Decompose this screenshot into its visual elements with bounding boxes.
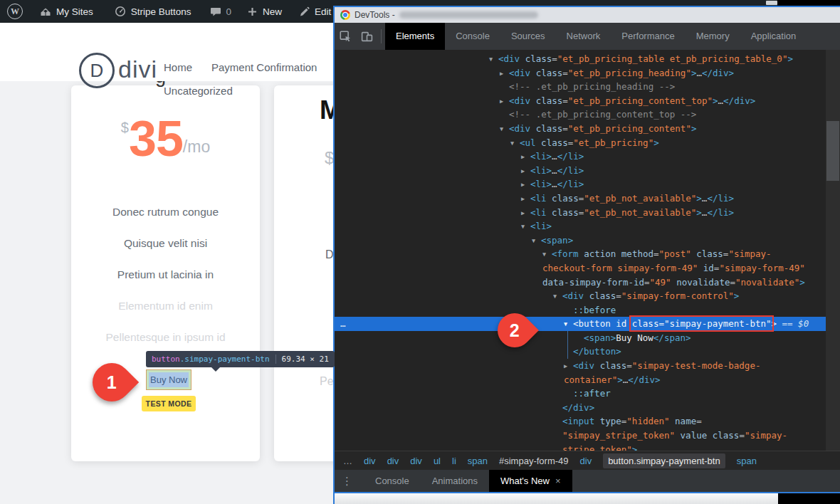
devtools-tabbar: ElementsConsoleSourcesNetworkPerformance… [335, 23, 840, 50]
divi-logo-icon[interactable]: D [79, 53, 115, 88]
dom-tree-line[interactable]: ▶<div class="et_pb_pricing_content_top">… [335, 94, 826, 108]
dom-tree-line[interactable]: <!-- .et_pb_pricing_heading --> [335, 80, 826, 94]
dom-tree-line[interactable]: ▼<div class="et_pb_pricing_content"> [335, 122, 826, 136]
close-icon[interactable]: × [555, 470, 561, 492]
devtools-title: DevTools - [355, 10, 395, 20]
dom-tree-line[interactable]: ▶<li>…</li> [335, 149, 826, 164]
dom-tree-line[interactable]: "simpay_stripe_token" value class="simpa… [335, 429, 826, 443]
adminbar-item-new[interactable]: New [247, 6, 282, 17]
dom-tree-line[interactable]: <!-- .et_pb_pricing_content_top --> [335, 107, 826, 122]
pricing-feature: Donec rutrum congue [71, 196, 260, 228]
dom-tree-line[interactable]: ▶<div class="et_pb_pricing_heading">…</d… [335, 66, 826, 80]
selected-dom-node[interactable]: …▼<button id class="simpay-payment-btn">… [335, 317, 826, 331]
code-token: class [589, 290, 616, 301]
breadcrumb--[interactable]: … [343, 456, 352, 466]
expand-arrow-icon: ▼ [542, 248, 552, 262]
breadcrumb-button-simpay-payment-btn[interactable]: button.simpay-payment-btn [603, 453, 725, 468]
code-token: <!-- .et_pb_pricing_content_top --> [509, 109, 696, 120]
dom-tree-line[interactable]: </button> [335, 345, 826, 359]
dom-tree-line[interactable]: <input type="hidden" name= [335, 414, 826, 429]
code-token: <button [573, 318, 616, 329]
expand-arrow-icon: ▼ [510, 137, 520, 151]
breadcrumb-div[interactable]: div [387, 456, 399, 466]
dom-tree-line[interactable]: ▶<li>…</li> [335, 177, 826, 191]
my-sites-houses-icon [40, 6, 51, 17]
elements-scrollbar[interactable] [826, 50, 840, 451]
drawer-tab-whats-new[interactable]: What's New× [489, 470, 572, 492]
expand-arrow-icon: ▶ [500, 67, 509, 81]
breadcrumb-div[interactable]: div [580, 456, 592, 466]
code-token: class [632, 318, 659, 329]
breadcrumb-div[interactable]: div [410, 456, 422, 466]
tab-elements[interactable]: Elements [385, 23, 445, 50]
dom-tree-line[interactable]: </div> [335, 401, 826, 415]
browser-scrollbar-fragment[interactable] [766, 1, 777, 5]
dom-tree-line[interactable]: ▶<li>…</li> [335, 164, 826, 178]
code-token: class [541, 137, 568, 148]
elements-scrollbar-thumb[interactable] [826, 121, 839, 181]
code-token: type [600, 416, 621, 426]
code-token: "post" [659, 248, 691, 259]
dom-tree-line[interactable]: ▶<li class="et_pb_not_available">…</li> [335, 206, 826, 220]
breadcrumb--simpay-form-49[interactable]: #simpay-form-49 [499, 456, 569, 466]
breadcrumb-span[interactable]: span [737, 456, 757, 466]
code-token: "et_pb_pricing_content_top" [568, 95, 713, 106]
code-token: > [691, 123, 697, 134]
dom-tree-line[interactable]: ::after [335, 387, 826, 401]
devtools-titlebar[interactable]: DevTools - [335, 7, 840, 23]
dom-tree-line[interactable]: ::before [335, 303, 826, 317]
dom-tree-line[interactable]: ▼<span> [335, 233, 826, 248]
whats-new-panel-black [778, 493, 840, 504]
dom-tree-line[interactable]: ▶<li class="et_pb_not_available">…</li> [335, 191, 826, 206]
inspect-element-icon[interactable] [335, 23, 356, 50]
buy-now-button[interactable]: Buy Now [147, 370, 191, 389]
dom-tree-line[interactable]: checkout-form simpay-form-49" id="simpay… [335, 261, 826, 275]
code-token: > [632, 444, 638, 451]
breadcrumb-div[interactable]: div [364, 456, 376, 466]
adminbar-item-stripe-buttons[interactable]: Stripe Buttons [115, 6, 191, 17]
dom-tree-line[interactable]: ▼<div class="simpay-form-control"> [335, 289, 826, 303]
code-token: <ul [520, 137, 541, 148]
dashboard-gauge-icon [115, 6, 126, 17]
tab-memory[interactable]: Memory [686, 23, 740, 50]
device-toolbar-icon[interactable] [356, 23, 377, 50]
tab-application[interactable]: Application [740, 23, 807, 50]
dom-tree-line[interactable]: ▶<div class="simpay-test-mode-badge- [335, 359, 826, 373]
code-token: = [562, 95, 568, 106]
drawer-tab-console[interactable]: Console [364, 470, 421, 492]
adminbar-item-label: Stripe Buttons [131, 6, 191, 17]
code-token: "49" [650, 277, 671, 288]
breadcrumb-li[interactable]: li [452, 456, 456, 466]
dom-tree-line[interactable]: ▼<ul class="et_pb_pricing"> [335, 136, 826, 150]
menu-item-payment-confirmation[interactable]: Payment Confirmation [211, 61, 317, 73]
adminbar-item-0[interactable]: 0 [210, 6, 232, 17]
drawer-menu-icon[interactable]: ⋮ [342, 475, 352, 488]
expand-arrow-icon: ▼ [553, 290, 562, 304]
row-more-dots[interactable]: … [340, 317, 347, 331]
dom-tree-line[interactable]: ▼<li> [335, 219, 826, 233]
tab-console[interactable]: Console [445, 23, 500, 50]
dom-tree-line[interactable]: ▼<form action method="post" class="simpa… [335, 247, 826, 261]
code-token: > [787, 53, 793, 64]
tab-network[interactable]: Network [556, 23, 611, 50]
code-token: <div [562, 290, 589, 301]
breadcrumb-ul[interactable]: ul [434, 456, 441, 466]
pricing-feature: Pretium ut lacinia in [71, 259, 260, 290]
dom-tree-line[interactable]: stripe_token"> [335, 443, 826, 451]
adminbar-item-wordpress[interactable]: W [7, 4, 23, 19]
dom-tree-line[interactable]: ▼<div class="et_pb_pricing_table et_pb_p… [335, 52, 826, 66]
drawer-tab-animations[interactable]: Animations [421, 470, 489, 492]
menu-item-uncategorized[interactable]: Uncategorized [164, 85, 233, 97]
menu-item-home[interactable]: Home [164, 61, 192, 73]
site-logo-text[interactable]: divi [118, 56, 157, 83]
tab-performance[interactable]: Performance [611, 23, 685, 50]
dom-tree-line[interactable]: <span>Buy Now</span> [335, 331, 826, 345]
code-token: name [675, 416, 696, 426]
tooltip-divider [275, 355, 276, 364]
tab-sources[interactable]: Sources [500, 23, 556, 50]
adminbar-item-my-sites[interactable]: My Sites [40, 6, 93, 17]
dom-tree-line[interactable]: container">…</div> [335, 373, 826, 387]
dom-tree-line[interactable]: data-simpay-form-id="49" novalidate="nov… [335, 275, 826, 290]
price-amount: 35 [129, 114, 183, 164]
breadcrumb-span[interactable]: span [468, 456, 488, 466]
